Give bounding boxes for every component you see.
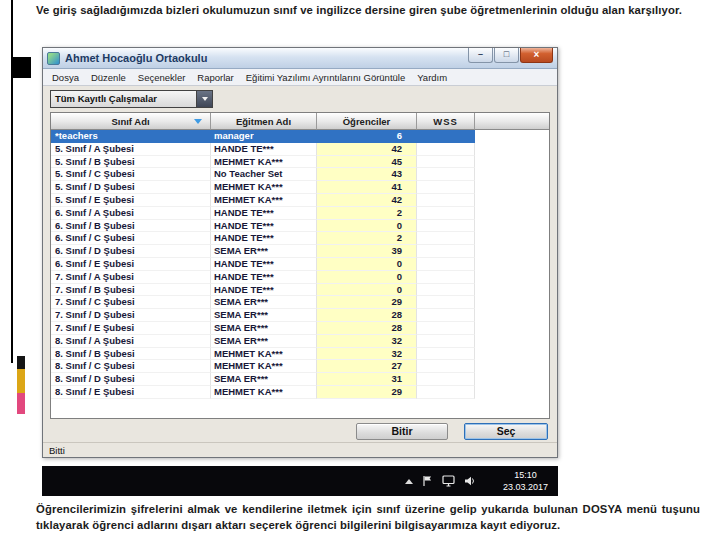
cell-wss [417, 309, 475, 322]
records-filter-value: Tüm Kayıtlı Çalışmalar [51, 91, 196, 107]
monitor-icon[interactable] [442, 475, 455, 487]
cell-student-count: 42 [317, 194, 417, 207]
column-header-egitmen-adi[interactable]: Eğitmen Adı [211, 113, 317, 130]
table-row[interactable]: 5. Sınıf / A ŞubesiHANDE TE***42 [51, 143, 549, 156]
cell-filler [475, 181, 549, 194]
menu-item-egitim-yazilimi[interactable]: Eğitimi Yazılımı Ayrıntılarını Görüntüle [240, 72, 411, 83]
table-row[interactable]: 7. Sınıf / A ŞubesiHANDE TE***0 [51, 271, 549, 284]
column-header-sinif-adi[interactable]: Sınıf Adı [51, 113, 211, 130]
column-header-label: Sınıf Adı [111, 116, 149, 127]
cell-student-count: 32 [317, 335, 417, 348]
cell-student-count: 31 [317, 373, 417, 386]
app-window: Ahmet Hocaoğlu Ortaokulu – □ × Dosya Düz… [42, 47, 558, 458]
cell-student-count: 28 [317, 322, 417, 335]
table-row[interactable]: 7. Sınıf / B ŞubesiHANDE TE***0 [51, 284, 549, 297]
flag-icon[interactable] [422, 475, 433, 487]
button-row: Bitir Seç [43, 421, 557, 441]
speaker-icon[interactable] [464, 475, 476, 487]
column-header-wss[interactable]: WSS [417, 113, 475, 130]
combo-dropdown-button[interactable] [196, 91, 212, 107]
table-row[interactable]: 7. Sınıf / D ŞubesiSEMA ER***28 [51, 309, 549, 322]
cell-wss [417, 207, 475, 220]
menu-item-raporlar[interactable]: Raporlar [191, 72, 239, 83]
menu-item-yardim[interactable]: Yardım [411, 72, 453, 83]
chevron-up-icon[interactable] [405, 479, 413, 484]
class-table-header: Sınıf Adı Eğitmen Adı Öğrenciler WSS [51, 113, 549, 130]
cell-teacher-name: SEMA ER*** [211, 335, 317, 348]
cell-class-name: 5. Sınıf / D Şubesi [51, 181, 211, 194]
taskbar: 15:10 23.03.2017 [42, 466, 558, 496]
left-black-block [13, 57, 31, 78]
cell-filler [475, 360, 549, 373]
table-row[interactable]: 8. Sınıf / A ŞubesiSEMA ER***32 [51, 335, 549, 348]
cell-student-count: 43 [317, 168, 417, 181]
cell-class-name: 6. Sınıf / D Şubesi [51, 245, 211, 258]
cell-student-count: 2 [317, 232, 417, 245]
cell-wss [417, 348, 475, 361]
table-row[interactable]: 7. Sınıf / C ŞubesiSEMA ER***29 [51, 296, 549, 309]
status-bar: Bitti [43, 442, 557, 457]
status-text: Bitti [49, 445, 65, 456]
maximize-icon[interactable]: □ [494, 48, 519, 63]
table-row[interactable]: 5. Sınıf / E ŞubesiMEHMET KA***42 [51, 194, 549, 207]
cell-wss [417, 232, 475, 245]
cell-class-name: 6. Sınıf / B Şubesi [51, 220, 211, 233]
cell-filler [475, 373, 549, 386]
window-titlebar[interactable]: Ahmet Hocaoğlu Ortaokulu – □ × [43, 48, 557, 69]
cell-wss [417, 130, 475, 143]
table-row[interactable]: 5. Sınıf / D ŞubesiMEHMET KA***41 [51, 181, 549, 194]
cell-wss [417, 322, 475, 335]
table-row[interactable]: 6. Sınıf / B ŞubesiHANDE TE***0 [51, 220, 549, 233]
menu-item-secenekler[interactable]: Seçenekler [132, 72, 192, 83]
cell-student-count: 42 [317, 143, 417, 156]
table-row[interactable]: 8. Sınıf / E ŞubesiMEHMET KA***29 [51, 386, 549, 399]
cell-student-count: 0 [317, 271, 417, 284]
cell-filler [475, 348, 549, 361]
cell-teacher-name: SEMA ER*** [211, 296, 317, 309]
clock-time: 15:10 [503, 469, 548, 481]
table-row[interactable]: 6. Sınıf / A ŞubesiHANDE TE***2 [51, 207, 549, 220]
records-filter-select[interactable]: Tüm Kayıtlı Çalışmalar [50, 90, 213, 108]
table-row[interactable]: *teachersmanager6 [51, 130, 549, 143]
sort-descending-icon [194, 119, 202, 124]
cell-filler [475, 335, 549, 348]
cell-student-count: 2 [317, 207, 417, 220]
cell-wss [417, 335, 475, 348]
cell-filler [475, 284, 549, 297]
slide-bottom-paragraph: Öğrencilerimizin şifrelerini almak ve ke… [36, 501, 700, 534]
cell-student-count: 41 [317, 181, 417, 194]
cell-wss [417, 220, 475, 233]
cell-wss [417, 156, 475, 169]
cell-teacher-name: HANDE TE*** [211, 284, 317, 297]
table-row[interactable]: 6. Sınıf / E ŞubesiHANDE TE***0 [51, 258, 549, 271]
cell-teacher-name: MEHMET KA*** [211, 386, 317, 399]
select-button[interactable]: Seç [464, 423, 548, 440]
table-row[interactable]: 6. Sınıf / C ŞubesiHANDE TE***2 [51, 232, 549, 245]
table-row[interactable]: 6. Sınıf / D ŞubesiSEMA ER***39 [51, 245, 549, 258]
cell-filler [475, 130, 549, 143]
table-row[interactable]: 5. Sınıf / C ŞubesiNo Teacher Set43 [51, 168, 549, 181]
taskbar-clock[interactable]: 15:10 23.03.2017 [503, 469, 548, 493]
cell-wss [417, 386, 475, 399]
cell-filler [475, 143, 549, 156]
cell-class-name: 5. Sınıf / B Şubesi [51, 156, 211, 169]
column-header-ogrenciler[interactable]: Öğrenciler [317, 113, 417, 130]
cell-filler [475, 386, 549, 399]
finish-button[interactable]: Bitir [356, 423, 448, 440]
cell-student-count: 0 [317, 284, 417, 297]
cell-student-count: 45 [317, 156, 417, 169]
cell-class-name: 8. Sınıf / E Şubesi [51, 386, 211, 399]
app-logo-icon [47, 52, 60, 65]
table-row[interactable]: 7. Sınıf / E ŞubesiSEMA ER***28 [51, 322, 549, 335]
cell-teacher-name: HANDE TE*** [211, 207, 317, 220]
minimize-icon[interactable]: – [468, 48, 493, 63]
menu-item-duzenle[interactable]: Düzenle [85, 72, 132, 83]
menu-item-dosya[interactable]: Dosya [46, 72, 85, 83]
cell-student-count: 6 [317, 130, 417, 143]
close-icon[interactable]: × [520, 48, 553, 63]
table-row[interactable]: 8. Sınıf / B ŞubesiMEHMET KA***32 [51, 348, 549, 361]
table-row[interactable]: 8. Sınıf / D ŞubesiSEMA ER***31 [51, 373, 549, 386]
clock-date: 23.03.2017 [503, 481, 548, 493]
table-row[interactable]: 5. Sınıf / B ŞubesiMEHMET KA***45 [51, 156, 549, 169]
table-row[interactable]: 8. Sınıf / C ŞubesiMEHMET KA***27 [51, 360, 549, 373]
